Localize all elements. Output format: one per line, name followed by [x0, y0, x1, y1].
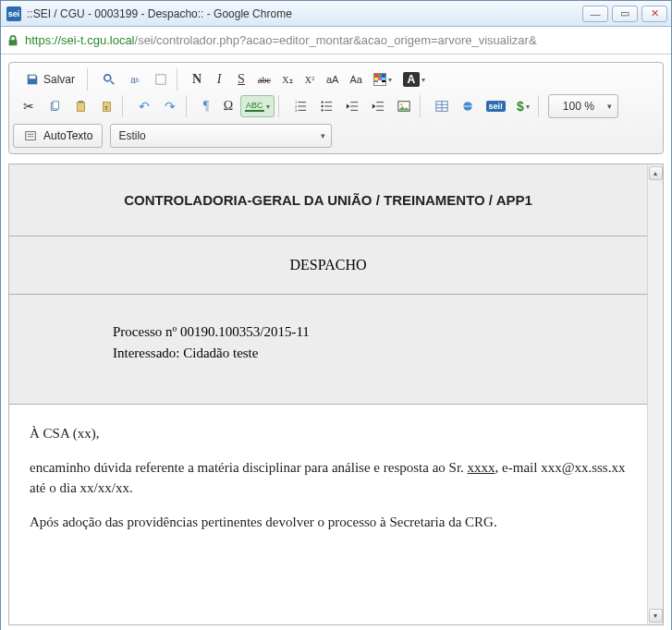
url-text: https://sei-t.cgu.local/sei/controlador.… — [25, 33, 537, 47]
underline-button[interactable]: S — [231, 68, 251, 91]
paste-button[interactable] — [68, 95, 92, 117]
svg-point-17 — [321, 109, 323, 111]
text-color-button[interactable]: ▾ — [369, 68, 397, 91]
select-all-button[interactable] — [149, 68, 173, 91]
strikethrough-button[interactable]: abc — [253, 68, 275, 91]
subscript-button[interactable]: X₂ — [277, 68, 298, 91]
toolbar-row-1: Salvar ab N I S abc X₂ X² aA Aa — [13, 67, 659, 92]
autotext-icon — [23, 128, 38, 143]
zoom-value: 100 % — [563, 100, 594, 113]
cut-button[interactable]: ✂ — [17, 95, 41, 117]
svg-point-15 — [321, 101, 323, 103]
letter-a-icon: A — [403, 72, 420, 87]
doc-info-section: Processo nº 00190.100353/2015-11 Interes… — [9, 295, 647, 405]
style-select[interactable]: Estilo — [110, 124, 332, 148]
svg-rect-6 — [79, 101, 83, 103]
outdent-icon — [345, 99, 360, 114]
window-maximize-button[interactable]: ▭ — [612, 6, 638, 22]
editor-container: Salvar ab N I S abc X₂ X² aA Aa — [1, 55, 671, 630]
doc-process-number: Processo nº 00190.100353/2015-11 — [113, 324, 629, 340]
doc-interested-party: Interessado: Cidadão teste — [113, 345, 629, 361]
indent-icon — [371, 99, 385, 114]
doc-body-p1: encaminho dúvida referente a matéria dis… — [30, 457, 627, 499]
document-content[interactable]: CONTROLADORIA-GERAL DA UNIÃO / TREINAMEN… — [9, 164, 647, 624]
insert-table-button[interactable] — [430, 95, 454, 117]
insert-image-button[interactable] — [392, 95, 416, 117]
paste-text-icon: T — [99, 99, 114, 114]
spellcheck-button[interactable]: ABC▾ — [240, 95, 275, 117]
outdent-button[interactable] — [340, 95, 364, 117]
dollar-icon: $ — [517, 99, 524, 114]
special-char-button[interactable]: Ω — [218, 95, 238, 117]
undo-button[interactable]: ↶ — [132, 95, 156, 117]
toolbar-row-3: AutoTexto Estilo — [13, 120, 659, 150]
svg-rect-34 — [26, 132, 36, 140]
link-icon — [460, 99, 475, 114]
doc-body-greeting: À CSA (xx), — [30, 423, 627, 444]
svg-text:3: 3 — [294, 108, 297, 113]
background-color-button[interactable]: A▾ — [398, 68, 430, 91]
svg-point-0 — [104, 75, 111, 81]
replace-icon: ab — [128, 72, 142, 87]
insert-value-button[interactable]: $▾ — [512, 95, 534, 117]
replace-button[interactable]: ab — [123, 68, 147, 91]
copy-button[interactable] — [43, 95, 67, 117]
doc-body-p2: Após adoção das providências pertinentes… — [30, 512, 627, 533]
save-button[interactable]: Salvar — [17, 68, 83, 91]
scissors-icon: ✂ — [21, 99, 36, 114]
lowercase-button[interactable]: Aa — [345, 68, 366, 91]
redo-button[interactable]: ↷ — [158, 95, 182, 117]
doc-body[interactable]: À CSA (xx), encaminho dúvida referente a… — [9, 405, 647, 563]
magnifier-icon — [102, 72, 116, 87]
document-area: CONTROLADORIA-GERAL DA UNIÃO / TREINAMEN… — [8, 164, 664, 625]
save-label: Salvar — [43, 73, 75, 86]
style-select-value: Estilo — [118, 129, 145, 142]
window-close-button[interactable]: ✕ — [641, 6, 667, 22]
svg-rect-4 — [53, 101, 59, 108]
indent-button[interactable] — [366, 95, 390, 117]
numbered-list-button[interactable]: 123 — [288, 95, 312, 117]
svg-rect-5 — [77, 102, 84, 111]
doc-type-section: DESPACHO — [9, 236, 647, 295]
zoom-select[interactable]: 100 % — [548, 94, 618, 118]
sei-badge-icon: sei! — [486, 101, 507, 112]
autotext-label: AutoTexto — [43, 129, 92, 142]
window-titlebar: sei ::SEI / CGU - 0003199 - Despacho:: -… — [1, 1, 671, 27]
lock-icon — [6, 34, 19, 47]
ol-icon: 123 — [293, 99, 308, 114]
doc-header-title: CONTROLADORIA-GERAL DA UNIÃO / TREINAMEN… — [28, 192, 629, 208]
undo-icon: ↶ — [137, 99, 152, 114]
color-grid-icon — [373, 73, 386, 86]
superscript-button[interactable]: X² — [299, 68, 320, 91]
bulleted-list-button[interactable] — [314, 95, 338, 117]
favicon-icon: sei — [6, 6, 21, 21]
select-all-icon — [153, 72, 168, 87]
paste-icon — [73, 99, 88, 114]
ul-icon — [319, 99, 334, 114]
image-icon — [397, 99, 411, 114]
address-bar[interactable]: https://sei-t.cgu.local/sei/controlador.… — [1, 27, 671, 55]
paste-text-button[interactable]: T — [94, 95, 118, 117]
svg-point-16 — [321, 105, 323, 107]
window-title: ::SEI / CGU - 0003199 - Despacho:: - Goo… — [27, 7, 582, 20]
show-blocks-button[interactable]: ¶ — [196, 95, 216, 117]
insert-sei-protocol-button[interactable]: sei! — [482, 95, 511, 117]
scrollbar[interactable]: ▴ ▾ — [647, 164, 663, 624]
insert-link-button[interactable] — [456, 95, 480, 117]
uppercase-button[interactable]: aA — [322, 68, 343, 91]
disk-icon — [25, 72, 40, 87]
spellcheck-icon: ABC — [245, 101, 264, 112]
find-button[interactable] — [97, 68, 121, 91]
svg-rect-2 — [156, 75, 166, 85]
svg-point-28 — [400, 103, 403, 106]
italic-button[interactable]: I — [209, 68, 229, 91]
window-minimize-button[interactable]: — — [582, 6, 608, 22]
scroll-down-button[interactable]: ▾ — [649, 609, 663, 623]
bold-button[interactable]: N — [187, 68, 207, 91]
toolbar-row-2: ✂ T ↶ ↷ ¶ Ω ABC▾ 123 — [13, 92, 659, 120]
table-icon — [434, 99, 449, 114]
autotext-button[interactable]: AutoTexto — [13, 124, 103, 148]
scroll-up-button[interactable]: ▴ — [649, 166, 663, 180]
doc-type-label: DESPACHO — [290, 257, 367, 273]
svg-text:T: T — [104, 103, 108, 110]
